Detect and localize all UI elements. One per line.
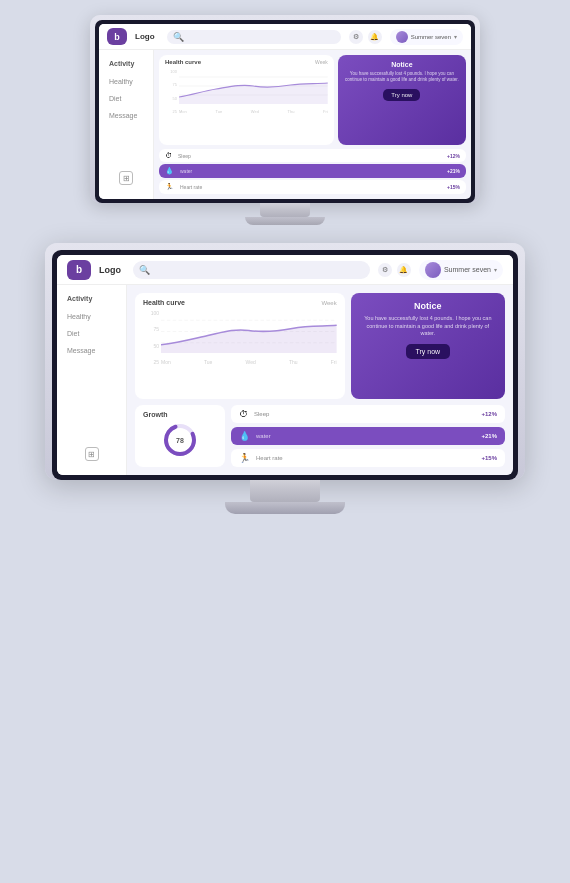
user-badge[interactable]: Summer seven ▾ (390, 29, 463, 45)
health-curve-title: Health curve (165, 59, 201, 65)
monitor-stand-top (260, 203, 310, 217)
bell-icon[interactable]: 🔔 (368, 30, 382, 44)
header-icons: ⚙ 🔔 (349, 30, 382, 44)
stat-sleep: ⏱ Sleep +12% (159, 149, 466, 162)
search-bar[interactable]: 🔍 (167, 30, 341, 44)
logo-label: Logo (99, 265, 121, 275)
dashboard: Health curve Week 100 75 50 (154, 50, 471, 199)
stat-heart: 🏃 Heart rate +15% (231, 449, 505, 467)
search-icon: 🔍 (139, 265, 150, 275)
stat-water: 💧 water +21% (159, 164, 466, 178)
try-now-button[interactable]: Try now (406, 344, 451, 359)
svg-text:78: 78 (176, 437, 184, 444)
avatar (396, 31, 408, 43)
donut-chart: 78 (162, 422, 198, 458)
sidebar-item-message[interactable]: Message (57, 342, 126, 359)
main-content: Activity Healthy Diet Message ⊞ (57, 285, 513, 475)
x-label-thu: Thu (289, 359, 298, 365)
monitor-base-top (245, 217, 325, 225)
sleep-icon: ⏱ (165, 152, 172, 159)
stats-section: ⏱ Sleep +12% 💧 water +21% (231, 405, 505, 467)
sidebar-item-diet[interactable]: Diet (57, 325, 126, 342)
stat-water-label: water (256, 433, 475, 439)
screen-bottom: b Logo 🔍 ⚙ 🔔 (57, 255, 513, 475)
bell-icon[interactable]: 🔔 (397, 263, 411, 277)
notice-card: Notice You have successfully lost 4 poun… (351, 293, 505, 399)
user-badge[interactable]: Summer seven ▾ (419, 260, 503, 280)
sleep-icon: ⏱ (239, 409, 248, 419)
logo-box: b (67, 260, 91, 280)
notice-card: Notice You have successfully lost 4 poun… (338, 55, 466, 145)
heart-rate-icon: 🏃 (239, 453, 250, 463)
search-icon: 🔍 (173, 32, 184, 42)
bottom-row: Growth 78 (135, 405, 505, 467)
stat-heart-value: +15% (447, 184, 460, 190)
user-name: Summer seven (411, 34, 451, 40)
sidebar: Activity Healthy Diet Message ⊞ (57, 285, 127, 475)
settings-icon[interactable]: ⚙ (378, 263, 392, 277)
stat-sleep-value: +12% (481, 411, 497, 417)
stat-water-label: water (180, 168, 441, 174)
sidebar-settings-icon[interactable]: ⊞ (57, 439, 126, 465)
try-now-button[interactable]: Try now (383, 89, 420, 101)
logo-label: Logo (135, 32, 155, 41)
logo-icon: b (114, 32, 120, 42)
search-bar[interactable]: 🔍 (133, 261, 370, 279)
x-label-mon: Mon (161, 359, 171, 365)
stat-water-value: +21% (481, 433, 497, 439)
x-label-wed: Wed (246, 359, 256, 365)
health-curve-subtitle: Week (315, 59, 328, 65)
sidebar-item-diet[interactable]: Diet (99, 90, 153, 107)
health-curve-card: Health curve Week 100 75 50 (159, 55, 334, 145)
dashboard: Health curve Week 100 75 50 (127, 285, 513, 475)
chevron-down-icon: ▾ (494, 266, 497, 273)
sidebar-item-healthy[interactable]: Healthy (57, 308, 126, 325)
chevron-down-icon: ▾ (454, 33, 457, 40)
x-label-fri: Fri (331, 359, 337, 365)
header-icons: ⚙ 🔔 (378, 263, 411, 277)
avatar (425, 262, 441, 278)
sidebar-section-title: Activity (57, 295, 126, 308)
stat-heart: 🏃 Heart rate +15% (159, 180, 466, 194)
settings-icon[interactable]: ⚙ (349, 30, 363, 44)
stat-sleep-value: +12% (447, 153, 460, 159)
sidebar-item-message[interactable]: Message (99, 107, 153, 124)
x-label-tue: Tue (204, 359, 212, 365)
monitor-stand-bottom (250, 480, 320, 502)
logo-icon: b (76, 264, 82, 275)
health-curve-card: Health curve Week 100 75 50 (135, 293, 345, 399)
sidebar-item-healthy[interactable]: Healthy (99, 73, 153, 90)
user-name: Summer seven (444, 266, 491, 273)
screen-top: b Logo 🔍 ⚙ 🔔 (99, 24, 471, 199)
growth-title: Growth (143, 411, 168, 418)
stat-sleep-label: Sleep (254, 411, 475, 417)
water-icon: 💧 (165, 167, 174, 175)
logo-box: b (107, 28, 127, 45)
stat-water-value: +21% (447, 168, 460, 174)
growth-card: Growth 78 (135, 405, 225, 467)
notice-text: You have successfully lost 4 pounds. I h… (359, 315, 497, 338)
stats-row: ⏱ Sleep +12% 💧 water +21% (159, 149, 466, 194)
notice-title: Notice (359, 301, 497, 311)
monitor-base-bottom (225, 502, 345, 514)
notice-text: You have successfully lost 4 pounds. I h… (344, 71, 460, 84)
stat-sleep-label: Sleep (178, 153, 441, 159)
notice-title: Notice (344, 61, 460, 68)
stat-heart-label: Heart rate (256, 455, 475, 461)
stat-water: 💧 water +21% (231, 427, 505, 445)
sidebar-section-title: Activity (99, 60, 153, 73)
sidebar-settings-icon[interactable]: ⊞ (99, 163, 153, 189)
stat-heart-value: +15% (481, 455, 497, 461)
health-curve-title: Health curve (143, 299, 185, 306)
water-icon: 💧 (239, 431, 250, 441)
heart-rate-icon: 🏃 (165, 183, 174, 191)
stat-sleep: ⏱ Sleep +12% (231, 405, 505, 423)
health-curve-subtitle: Week (321, 300, 336, 306)
header: b Logo 🔍 ⚙ 🔔 (57, 255, 513, 285)
stat-heart-label: Heart rate (180, 184, 441, 190)
sidebar: Activity Healthy Diet Message ⊞ (99, 50, 154, 199)
